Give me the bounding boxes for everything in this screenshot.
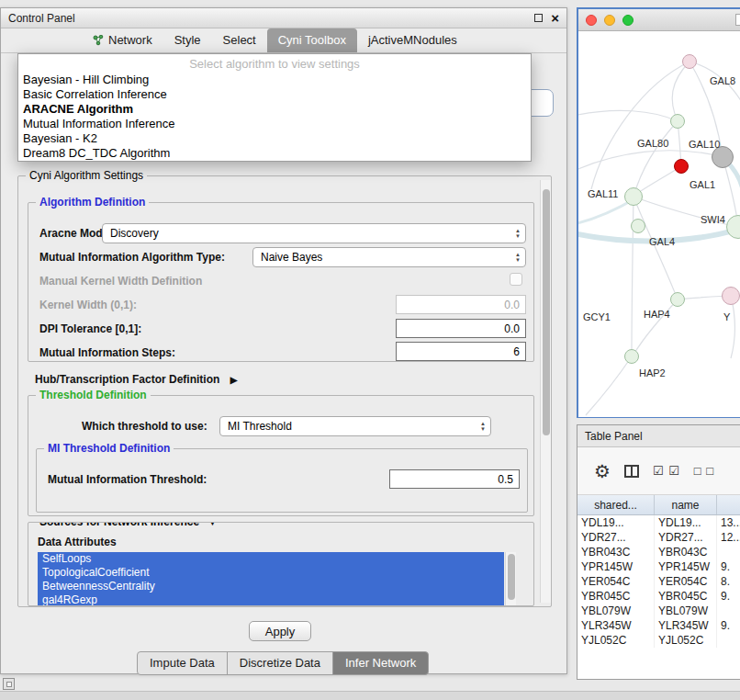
cell-extra: 8. <box>717 574 740 589</box>
network-node-y[interactable] <box>722 287 740 305</box>
mi-threshold-label: Mutual Information Threshold: <box>48 473 207 486</box>
mac-minimize-icon[interactable] <box>604 15 615 26</box>
settings-scrollbar[interactable] <box>540 180 551 603</box>
network-node-gal80[interactable] <box>670 114 685 129</box>
settings-scrollbar-thumb[interactable] <box>543 189 550 435</box>
manual-kernel-label: Manual Kernel Width Definition <box>39 275 202 288</box>
attribute-item-selected[interactable]: SelfLoops <box>38 552 504 566</box>
algorithm-placeholder: Select algorithm to view settings <box>18 56 531 73</box>
cell-name: YLR345W <box>655 618 717 633</box>
kernel-width-field[interactable]: 0.0 <box>396 295 526 314</box>
aracne-mode-select[interactable]: Discovery ▲▼ <box>102 223 526 243</box>
node-label: HAP2 <box>639 367 666 378</box>
table-row[interactable]: YBR043C YBR043C <box>577 545 740 559</box>
attribute-item-selected[interactable]: BetweennessCentrality <box>38 580 504 593</box>
gear-icon[interactable]: ⚙ <box>594 462 611 480</box>
network-node-gal4[interactable] <box>631 219 645 233</box>
algorithm-option[interactable]: Bayesian - Hill Climbing <box>18 73 531 87</box>
tab-select[interactable]: Select <box>212 28 267 52</box>
node-label: GAL8 <box>710 75 735 86</box>
algorithm-option[interactable]: Dream8 DC_TDC Algorithm <box>18 146 531 161</box>
tab-cyni-toolbox-label: Cyni Toolbox <box>278 33 346 47</box>
table-row[interactable]: YLR345W YLR345W 9. <box>577 618 740 633</box>
mi-type-select[interactable]: Naive Bayes ▲▼ <box>252 247 526 267</box>
mi-type-value: Naive Bayes <box>261 251 322 264</box>
cell-shared: YBR043C <box>577 545 655 559</box>
table-body: YDL19... YDL19... 13... YDR27... YDR27..… <box>577 515 740 648</box>
sources-toggle[interactable]: Sources for Network Inference ▼ <box>36 522 220 528</box>
cell-extra: 9. <box>717 589 740 604</box>
cell-extra: 9. <box>717 559 740 574</box>
table-row[interactable]: YDR27... YDR27... 12... <box>577 530 740 545</box>
tab-cyni-toolbox[interactable]: Cyni Toolbox <box>267 28 357 52</box>
attribute-item-selected[interactable]: TopologicalCoefficient <box>38 566 504 580</box>
checked-boxes-icon[interactable]: ☑ ☑ <box>653 464 680 478</box>
control-panel-titlebar[interactable]: Control Panel × <box>1 8 566 28</box>
tab-infer-network[interactable]: Infer Network <box>332 651 429 675</box>
network-node-hap2[interactable] <box>624 349 639 364</box>
canvas-corner-widget[interactable] <box>735 14 740 26</box>
node-label: GAL10 <box>689 139 720 150</box>
network-window-titlebar[interactable] <box>578 9 740 31</box>
chevron-down-icon: ▼ <box>207 522 217 527</box>
table-row[interactable]: YPR145W YPR145W 9. <box>577 559 740 574</box>
tab-select-label: Select <box>223 33 256 47</box>
algorithm-option[interactable]: Mutual Information Inference <box>18 117 531 131</box>
aracne-mode-value: Discovery <box>110 227 159 240</box>
cell-shared: YPR145W <box>577 559 655 574</box>
dpi-tolerance-field[interactable]: 0.0 <box>396 319 526 338</box>
algorithm-option[interactable]: Basic Correlation Inference <box>18 87 531 102</box>
cell-shared: YER054C <box>577 574 655 589</box>
attributes-scrollbar[interactable] <box>505 552 516 606</box>
window-restore-icon[interactable] <box>534 14 543 22</box>
column-header-shared[interactable]: shared... <box>577 495 655 514</box>
mac-close-icon[interactable] <box>586 15 597 26</box>
table-row[interactable]: YDL19... YDL19... 13... <box>577 515 740 530</box>
columns-icon[interactable] <box>624 465 639 478</box>
tab-impute-data[interactable]: Impute Data <box>137 651 228 675</box>
cell-name: YJL052C <box>655 633 717 648</box>
column-header-extra[interactable] <box>717 495 740 514</box>
cyni-algorithm-settings-title: Cyni Algorithm Settings <box>26 169 147 182</box>
bottom-tabbar: Impute Data Discretize Data Infer Networ… <box>137 651 429 675</box>
mi-threshold-field[interactable]: 0.5 <box>389 469 520 489</box>
table-header: shared... name <box>577 495 740 515</box>
table-row[interactable]: YBR045C YBR045C 9. <box>577 589 740 604</box>
apply-button[interactable]: Apply <box>249 621 311 641</box>
algorithm-definition-title: Algorithm Definition <box>36 196 149 209</box>
table-toolbar: ⚙ ☑ ☑ □ □ <box>577 447 740 495</box>
mac-zoom-icon[interactable] <box>622 15 633 26</box>
algorithm-option-selected[interactable]: ARACNE Algorithm <box>18 102 531 117</box>
tab-jactivemnodules[interactable]: jActiveMNodules <box>357 28 468 52</box>
table-row[interactable]: YBL079W YBL079W <box>577 604 740 618</box>
attributes-scrollbar-thumb[interactable] <box>508 554 515 600</box>
window-close-icon[interactable]: × <box>551 11 559 25</box>
table-row[interactable]: YER054C YER054C 8. <box>577 574 740 589</box>
cell-name: YBL079W <box>655 604 717 618</box>
network-node-gal1[interactable] <box>674 159 689 174</box>
cell-extra <box>717 633 740 648</box>
network-node-gal8[interactable] <box>682 54 697 69</box>
tab-discretize-data[interactable]: Discretize Data <box>227 651 333 675</box>
tab-style[interactable]: Style <box>163 28 212 52</box>
attribute-item-selected[interactable]: gal4RGexp <box>38 593 504 606</box>
network-node-hap4[interactable] <box>670 292 685 307</box>
manual-kernel-checkbox[interactable] <box>510 273 522 286</box>
which-threshold-select[interactable]: MI Threshold ▲▼ <box>219 416 491 436</box>
network-canvas[interactable]: GAL8 GAL80 GAL10 GAL11 GAL1 SWI4 GAL4 GC… <box>578 31 740 417</box>
column-header-name[interactable]: name <box>655 495 717 514</box>
data-attributes-list[interactable]: SelfLoops TopologicalCoefficient Between… <box>38 552 504 606</box>
window-restore-corner-icon[interactable] <box>3 678 15 690</box>
network-node-gal11[interactable] <box>624 187 643 206</box>
algorithm-option[interactable]: Bayesian - K2 <box>18 131 531 146</box>
hub-definition-toggle[interactable]: Hub/Transcription Factor Definition ▶ <box>35 373 237 386</box>
algorithm-dropdown-popup: Select algorithm to view settings Bayesi… <box>17 53 532 162</box>
chevron-right-icon: ▶ <box>230 375 238 385</box>
table-row[interactable]: YJL052C YJL052C <box>577 633 740 648</box>
mi-steps-field[interactable]: 6 <box>396 342 526 361</box>
tab-network[interactable]: Network <box>82 28 163 52</box>
chevron-updown-icon: ▲▼ <box>515 228 521 240</box>
table-panel-titlebar[interactable]: Table Panel <box>577 425 740 447</box>
unchecked-boxes-icon[interactable]: □ □ <box>694 464 714 478</box>
which-threshold-label: Which threshold to use: <box>82 420 207 433</box>
